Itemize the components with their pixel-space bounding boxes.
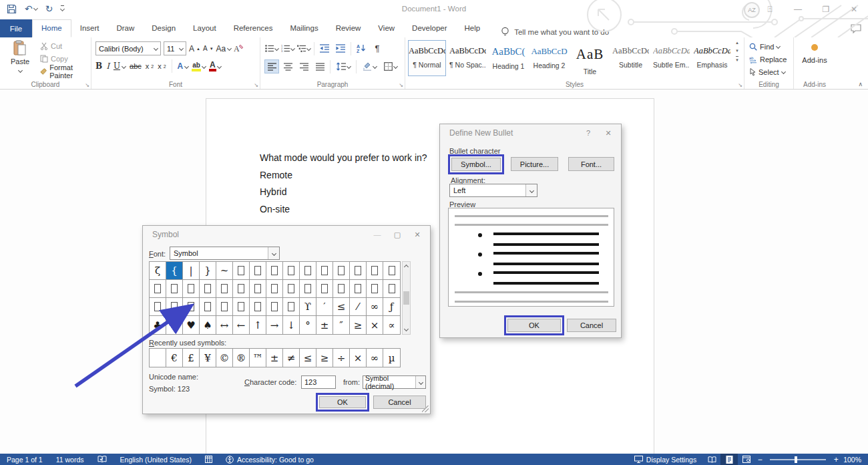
symbol-cell-empty[interactable] <box>183 298 200 316</box>
symbol-cell-empty[interactable] <box>333 280 350 298</box>
symbol-cancel-button[interactable]: Cancel <box>373 396 426 409</box>
symbol-cell-empty[interactable] <box>383 280 400 298</box>
symbol-cell-empty[interactable] <box>166 280 183 298</box>
language-indicator[interactable]: English (United States) <box>114 454 198 465</box>
zoom-slider[interactable] <box>770 459 826 460</box>
tab-insert[interactable]: Insert <box>71 19 108 37</box>
symbol-cell[interactable]: ƒ <box>383 298 400 316</box>
symbol-cell[interactable]: ′ <box>316 298 333 316</box>
grow-font-button[interactable]: A▲ <box>189 42 200 55</box>
style-heading-1[interactable]: AaBbC(Heading 1 <box>489 40 527 76</box>
symbol-cell[interactable]: ↔ <box>216 316 233 334</box>
symbol-cell-empty[interactable] <box>166 298 183 316</box>
tab-view[interactable]: View <box>369 19 403 37</box>
symbol-cell-empty[interactable] <box>233 262 250 280</box>
symbol-cell[interactable]: ⁄ <box>350 298 367 316</box>
symbol-cell[interactable]: ♥ <box>183 316 200 334</box>
recent-symbol-cell[interactable]: µ <box>383 349 400 367</box>
bullet-dialog-close-icon[interactable]: ✕ <box>598 124 618 142</box>
restore-icon[interactable]: ❐ <box>812 5 840 14</box>
recent-symbol-cell[interactable]: ™ <box>250 349 266 367</box>
symbol-cell-empty[interactable] <box>150 298 166 316</box>
recent-symbol-cell[interactable]: ± <box>266 349 283 367</box>
close-icon[interactable]: ✕ <box>840 5 868 14</box>
symbol-cell[interactable]: | <box>183 262 200 280</box>
recent-symbol-cell[interactable]: ≠ <box>283 349 300 367</box>
styles-dialog-launcher-icon[interactable]: ↘ <box>738 82 742 88</box>
customize-qat-icon[interactable] <box>61 5 64 12</box>
symbol-close-icon[interactable]: ✕ <box>407 226 427 243</box>
save-icon[interactable] <box>7 4 17 14</box>
ribbon-display-options-icon[interactable]: ⍐ <box>756 5 784 14</box>
paste-dropdown-icon[interactable] <box>17 68 22 73</box>
symbol-cell-empty[interactable] <box>316 280 333 298</box>
tab-layout[interactable]: Layout <box>184 19 225 37</box>
symbol-cell-empty[interactable] <box>316 262 333 280</box>
scroll-up-icon[interactable] <box>403 262 410 270</box>
tab-design[interactable]: Design <box>143 19 184 37</box>
strikethrough-button[interactable]: abc <box>130 59 142 73</box>
symbol-cell-empty[interactable] <box>266 298 283 316</box>
accessibility-status[interactable]: Accessibility: Good to go <box>219 454 320 465</box>
recent-symbol-cell[interactable]: ≤ <box>300 349 316 367</box>
proofing-status[interactable] <box>91 454 114 465</box>
symbol-cell[interactable]: × <box>367 316 383 334</box>
symbol-cell[interactable]: ♦ <box>166 316 183 334</box>
multilevel-list-button[interactable] <box>296 41 311 55</box>
recent-symbol-cell[interactable]: € <box>166 349 183 367</box>
symbol-cell-empty[interactable] <box>333 262 350 280</box>
symbol-maximize-icon[interactable]: ▢ <box>387 226 407 243</box>
character-code-input[interactable] <box>301 375 336 389</box>
scroll-down-icon[interactable] <box>403 326 410 334</box>
print-layout-button[interactable] <box>720 454 738 465</box>
shading-button[interactable] <box>359 59 379 73</box>
recent-symbol-cell[interactable]: ® <box>233 349 250 367</box>
symbol-cell[interactable]: ≥ <box>350 316 367 334</box>
font-name-combo[interactable]: Calibri (Body) <box>95 41 161 55</box>
symbol-cell-empty[interactable] <box>216 280 233 298</box>
copy-button[interactable]: Copy <box>40 53 91 64</box>
recent-symbol-cell[interactable]: ¥ <box>200 349 216 367</box>
symbol-cell-empty[interactable] <box>383 262 400 280</box>
symbol-cell[interactable]: → <box>266 316 283 334</box>
format-painter-button[interactable]: Format Painter <box>40 66 91 77</box>
align-center-button[interactable] <box>280 59 295 73</box>
symbol-cell-empty[interactable] <box>150 280 166 298</box>
find-button[interactable]: Find <box>749 41 787 51</box>
symbol-cell[interactable]: ↓ <box>283 316 300 334</box>
scroll-thumb[interactable] <box>403 291 409 305</box>
symbol-cell-empty[interactable] <box>300 280 316 298</box>
symbol-cell[interactable]: ζ <box>150 262 166 280</box>
paragraph-dialog-launcher-icon[interactable]: ↘ <box>399 82 403 88</box>
symbol-cell[interactable]: ∞ <box>367 298 383 316</box>
minimize-icon[interactable]: — <box>784 5 812 14</box>
symbol-cell-empty[interactable] <box>350 262 367 280</box>
zoom-in-button[interactable]: + <box>831 455 841 464</box>
clipboard-dialog-launcher-icon[interactable]: ↘ <box>85 82 89 88</box>
symbol-button[interactable]: Symbol... <box>451 158 501 171</box>
style-heading-2[interactable]: AaBbCcDHeading 2 <box>530 40 568 76</box>
font-color-button[interactable]: A <box>210 59 221 73</box>
recent-symbol-cell[interactable]: ÷ <box>333 349 350 367</box>
macro-button[interactable] <box>198 454 219 465</box>
symbol-cell-empty[interactable] <box>283 298 300 316</box>
symbol-cell-empty[interactable] <box>283 280 300 298</box>
symbol-cell[interactable]: ≤ <box>333 298 350 316</box>
symbol-cell[interactable]: ♠ <box>200 316 216 334</box>
justify-button[interactable] <box>312 59 327 73</box>
symbol-cell-empty[interactable] <box>250 262 266 280</box>
styles-scroll-up-icon[interactable]: ▴ <box>736 40 738 45</box>
recent-symbol-cell[interactable]: £ <box>183 349 200 367</box>
sort-button[interactable]: AZ <box>354 41 369 55</box>
undo-icon[interactable]: ↶ <box>25 3 37 15</box>
symbol-cell-empty[interactable] <box>283 262 300 280</box>
paste-button[interactable]: Paste <box>3 40 37 79</box>
symbol-font-dropdown[interactable]: Symbol <box>170 247 280 260</box>
tab-help[interactable]: Help <box>456 19 489 37</box>
decrease-indent-button[interactable] <box>317 41 332 55</box>
italic-button[interactable]: I <box>106 59 110 73</box>
change-case-button[interactable]: Aa <box>216 42 232 55</box>
symbol-cell-empty[interactable] <box>350 280 367 298</box>
addins-button[interactable]: Add-ins <box>794 44 835 64</box>
increase-indent-button[interactable] <box>333 41 348 55</box>
